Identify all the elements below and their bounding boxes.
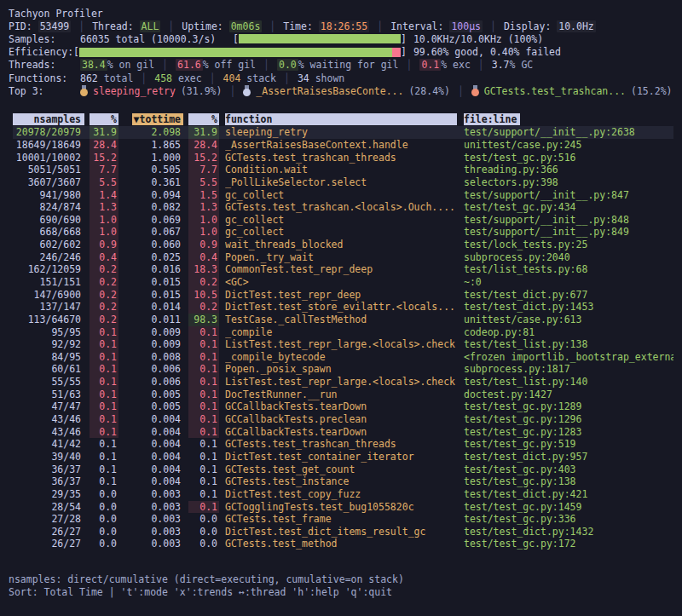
- cell-pct-direct: 0.4: [90, 251, 118, 264]
- table-row[interactable]: 20978/2097931.92.09831.9sleeping_retryte…: [13, 126, 673, 139]
- table-row[interactable]: 55/550.10.0060.1ListTest.test_repr_large…: [13, 376, 673, 389]
- table-row[interactable]: 151/1510.20.0150.2<GC>~:0: [13, 276, 673, 289]
- table-row[interactable]: 36/370.10.0040.1GCTests.test_instancetes…: [13, 475, 673, 488]
- column-header-function[interactable]: function: [225, 113, 457, 125]
- cell-pct-direct: 0.0: [90, 488, 118, 501]
- cell-function: GCTogglingTests.test_bug1055820c: [225, 501, 457, 514]
- cell-file-line: test/test_gc.py:1459: [464, 501, 673, 514]
- column-header-tottime-sorted[interactable]: ▼tottime: [132, 113, 183, 125]
- separator: │: [263, 59, 269, 71]
- functions-line: Functions:862 total│458 exec│404 stack│3…: [9, 72, 673, 84]
- cell-function: sleeping_retry: [225, 126, 457, 139]
- cell-tottime: 2.098: [132, 126, 183, 139]
- separator: │: [406, 59, 412, 71]
- info-item-value: 18:26:55: [319, 20, 369, 32]
- thread-stat-suffix: % GC: [510, 59, 534, 71]
- table-body: 20978/2097931.92.09831.9sleeping_retryte…: [13, 126, 673, 550]
- table-row[interactable]: 26/270.00.0030.0DictTest.test_dict_items…: [13, 526, 673, 538]
- silver-medal-icon: [243, 85, 251, 96]
- cell-pct-direct: 0.1: [90, 463, 118, 476]
- table-row[interactable]: 60/610.10.0060.1Popen._posix_spawnsubpro…: [13, 363, 673, 376]
- table-row[interactable]: 137/1470.20.0140.2DictTest.test_store_ev…: [13, 301, 673, 314]
- cell-pct-cumulative: 0.4: [188, 251, 219, 264]
- cell-pct-cumulative: 0.1: [188, 326, 219, 339]
- table-row[interactable]: 51/630.10.0050.1DocTestRunner.__rundocte…: [13, 389, 673, 401]
- cell-nsamples: 147/6900: [13, 289, 84, 302]
- table-row[interactable]: 668/6681.00.0671.0gc_collecttest/support…: [13, 226, 673, 239]
- table-header-row: nsamples % ▼tottime % function file:line: [13, 113, 673, 125]
- table-row[interactable]: 602/6020.90.0600.9wait_threads_blockedte…: [13, 239, 673, 251]
- cell-pct-direct: 0.1: [90, 326, 118, 339]
- cell-function: DocTestRunner.__run: [225, 389, 457, 401]
- table-row[interactable]: 43/460.10.0040.1GCCallbackTests.tearDown…: [13, 426, 673, 439]
- info-item-label: Uptime:: [182, 20, 228, 32]
- table-row[interactable]: 26/270.00.0030.0GCTests.test_methodtest/…: [13, 538, 673, 550]
- cell-function: GCTests.test_trashcan_threads: [225, 438, 457, 451]
- info-item-thread: Thread: ALL: [92, 20, 160, 32]
- cell-function: GCTests.test_frame: [225, 513, 457, 526]
- column-header-pct-direct[interactable]: %: [90, 113, 118, 125]
- cell-function: Condition.wait: [225, 164, 457, 176]
- cell-function: DictTest.test_repr_deep: [225, 289, 457, 302]
- thread-stat-value: 0.0: [277, 59, 298, 71]
- cell-function: GCTests.test_method: [225, 538, 457, 550]
- cell-tottime: 0.006: [132, 376, 183, 389]
- cell-pct-direct: 0.2: [90, 276, 118, 289]
- table-row[interactable]: 28/540.00.0030.1GCTogglingTests.test_bug…: [13, 501, 673, 514]
- cell-nsamples: 151/151: [13, 276, 84, 289]
- cell-function: DictTest.test_store_evilattr.<locals...: [225, 301, 457, 314]
- table-row[interactable]: 824/8741.30.0821.3GCTests.test_trashcan.…: [13, 201, 673, 214]
- table-row[interactable]: 113/646700.20.01198.3TestCase._callTestM…: [13, 314, 673, 326]
- thread-stat-exc: 0.1% exc: [419, 59, 470, 71]
- cell-pct-cumulative: 1.0: [188, 214, 219, 227]
- cell-nsamples: 3607/3607: [13, 176, 84, 189]
- cell-nsamples: 668/668: [13, 226, 84, 239]
- efficiency-label: Efficiency:: [9, 46, 73, 58]
- samples-bar-close-bracket: ]: [401, 33, 407, 45]
- table-row[interactable]: 10001/1000215.21.00015.2GCTests.test_tra…: [13, 152, 673, 164]
- table-row[interactable]: 43/460.10.0040.1GCCallbackTests.preclean…: [13, 413, 673, 426]
- cell-file-line: test/test_gc.py:434: [464, 201, 673, 214]
- table-row[interactable]: 41/420.10.0040.1GCTests.test_trashcan_th…: [13, 438, 673, 451]
- function-stat-total: 862 total: [80, 72, 133, 84]
- efficiency-progress-bar: [79, 48, 401, 57]
- table-row[interactable]: 27/280.00.0030.0GCTests.test_frametest/t…: [13, 513, 673, 526]
- table-row[interactable]: 162/120590.20.01618.3CommonTest.test_rep…: [13, 263, 673, 276]
- cell-pct-direct: 0.1: [90, 376, 118, 389]
- cell-pct-cumulative: 0.0: [188, 538, 219, 550]
- cell-tottime: 0.003: [132, 488, 183, 501]
- cell-file-line: test/support/__init__.py:2638: [464, 126, 673, 139]
- table-row[interactable]: 84/950.10.0080.1_compile_bytecode<frozen…: [13, 351, 673, 364]
- table-row[interactable]: 3607/36075.50.3615.5_PollLikeSelector.se…: [13, 176, 673, 189]
- cell-pct-direct: 0.2: [90, 263, 118, 276]
- table-row[interactable]: 690/6901.00.0691.0gc_collecttest/support…: [13, 214, 673, 227]
- cell-tottime: 1.865: [132, 139, 183, 152]
- table-row[interactable]: 39/400.10.0040.1DictTest.test_container_…: [13, 451, 673, 463]
- column-header-pct-cumulative[interactable]: %: [188, 113, 219, 125]
- table-row[interactable]: 5051/50517.70.5057.7Condition.waitthread…: [13, 164, 673, 176]
- cell-function: Popen._posix_spawn: [225, 363, 457, 376]
- table-row[interactable]: 47/470.10.0050.1GCCallbackTests.tearDown…: [13, 400, 673, 413]
- thread-stat-suffix: % off gil: [203, 59, 256, 71]
- table-row[interactable]: 92/920.10.0090.1ListTest.test_repr_large…: [13, 338, 673, 351]
- info-item-display: Display: 10.0Hz: [504, 20, 596, 32]
- cell-nsamples: 690/690: [13, 214, 84, 227]
- cell-pct-direct: 0.1: [90, 413, 118, 426]
- table-row[interactable]: 29/350.00.0030.1DictTest.test_copy_fuzzt…: [13, 488, 673, 501]
- cell-file-line: codeop.py:81: [464, 326, 673, 339]
- cell-pct-direct: 1.0: [90, 214, 118, 227]
- table-row[interactable]: 941/9801.40.0941.5gc_collecttest/support…: [13, 189, 673, 202]
- cell-pct-cumulative: 18.3: [188, 263, 219, 276]
- cell-pct-direct: 0.1: [90, 351, 118, 364]
- column-header-nsamples[interactable]: nsamples: [13, 113, 84, 125]
- table-row[interactable]: 147/69000.20.01510.5DictTest.test_repr_d…: [13, 289, 673, 302]
- cell-file-line: test/test_gc.py:172: [464, 538, 673, 550]
- cell-file-line: test/test_gc.py:138: [464, 475, 673, 488]
- table-row[interactable]: 95/950.10.0090.1_compilecodeop.py:81: [13, 326, 673, 339]
- table-row[interactable]: 18649/1864928.41.86528.4_AssertRaisesBas…: [13, 139, 673, 152]
- cell-file-line: selectors.py:398: [464, 176, 673, 189]
- table-row[interactable]: 36/370.10.0040.1GCTests.test_get_countte…: [13, 463, 673, 476]
- column-header-file-line[interactable]: file:line: [464, 113, 520, 125]
- info-item-time: Time: 18:26:55: [283, 20, 369, 32]
- table-row[interactable]: 246/2460.40.0250.4Popen._try_waitsubproc…: [13, 251, 673, 264]
